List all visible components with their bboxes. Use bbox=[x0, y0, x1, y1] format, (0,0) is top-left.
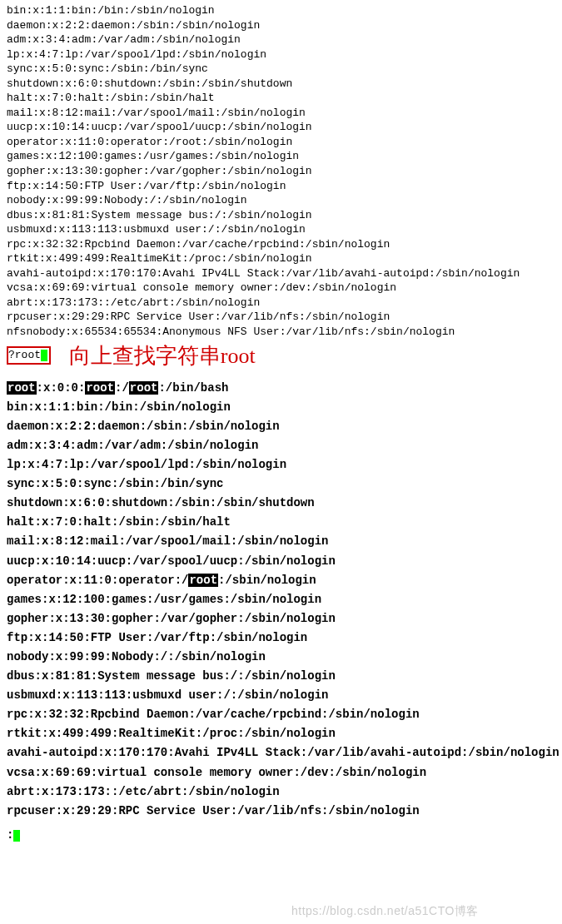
passwd-line: ftp:x:14:50:FTP User:/var/ftp:/sbin/nolo… bbox=[7, 179, 555, 194]
passwd-line: daemon:x:2:2:daemon:/sbin:/sbin/nologin bbox=[7, 417, 555, 436]
passwd-line: dbus:x:81:81:System message bus:/:/sbin/… bbox=[7, 667, 555, 686]
text-segment: ftp:x:14:50:FTP User:/var/ftp:/sbin/nolo… bbox=[7, 631, 307, 644]
terminal-output-bottom: root:x:0:0:root:/root:/bin/bashbin:x:1:1… bbox=[0, 379, 562, 826]
passwd-line: shutdown:x:6:0:shutdown:/sbin:/sbin/shut… bbox=[7, 494, 555, 513]
passwd-line: gopher:x:13:30:gopher:/var/gopher:/sbin/… bbox=[7, 164, 555, 179]
text-segment: daemon:x:2:2:daemon:/sbin:/sbin/nologin bbox=[7, 420, 280, 433]
passwd-line: avahi-autoipd:x:170:170:Avahi IPv4LL Sta… bbox=[7, 743, 555, 763]
passwd-line: adm:x:3:4:adm:/var/adm:/sbin/nologin bbox=[7, 436, 555, 455]
passwd-line: daemon:x:2:2:daemon:/sbin:/sbin/nologin bbox=[7, 18, 555, 33]
passwd-line: uucp:x:10:14:uucp:/var/spool/uucp:/sbin/… bbox=[7, 120, 555, 135]
prompt-line[interactable]: : bbox=[0, 826, 562, 850]
text-segment: nobody:x:99:99:Nobody:/:/sbin/nologin bbox=[7, 650, 266, 663]
passwd-line: mail:x:8:12:mail:/var/spool/mail:/sbin/n… bbox=[7, 532, 555, 551]
search-match: root bbox=[85, 381, 115, 395]
passwd-line: abrt:x:173:173::/etc/abrt:/sbin/nologin bbox=[7, 782, 555, 802]
passwd-line: operator:x:11:0:operator:/root:/sbin/nol… bbox=[7, 135, 555, 150]
text-segment: abrt:x:173:173::/etc/abrt:/sbin/nologin bbox=[7, 785, 280, 798]
cursor-icon bbox=[13, 830, 20, 842]
passwd-line: rtkit:x:499:499:RealtimeKit:/proc:/sbin/… bbox=[7, 251, 555, 266]
text-segment: gopher:x:13:30:gopher:/var/gopher:/sbin/… bbox=[7, 612, 336, 625]
passwd-line: usbmuxd:x:113:113:usbmuxd user:/:/sbin/n… bbox=[7, 686, 555, 705]
passwd-line: usbmuxd:x:113:113:usbmuxd user:/:/sbin/n… bbox=[7, 222, 555, 237]
search-match: root bbox=[188, 574, 218, 587]
text-segment: bin:x:1:1:bin:/bin:/sbin/nologin bbox=[7, 400, 231, 414]
passwd-line: rpcuser:x:29:29:RPC Service User:/var/li… bbox=[7, 310, 555, 325]
passwd-line: nobody:x:99:99:Nobody:/:/sbin/nologin bbox=[7, 193, 555, 208]
search-match: root bbox=[7, 381, 37, 395]
text-segment: avahi-autoipd:x:170:170:Avahi IPv4LL Sta… bbox=[7, 746, 560, 759]
passwd-line: adm:x:3:4:adm:/var/adm:/sbin/nologin bbox=[7, 32, 555, 47]
passwd-line: rpc:x:32:32:Rpcbind Daemon:/var/cache/rp… bbox=[7, 705, 555, 724]
passwd-line: lp:x:4:7:lp:/var/spool/lpd:/sbin/nologin bbox=[7, 47, 555, 62]
passwd-line: root:x:0:0:root:/root:/bin/bash bbox=[7, 379, 555, 398]
text-segment: dbus:x:81:81:System message bus:/:/sbin/… bbox=[7, 669, 336, 683]
passwd-line: bin:x:1:1:bin:/bin:/sbin/nologin bbox=[7, 3, 555, 18]
passwd-line: bin:x:1:1:bin:/bin:/sbin/nologin bbox=[7, 398, 555, 417]
passwd-line: sync:x:5:0:sync:/sbin:/bin/sync bbox=[7, 62, 555, 77]
text-segment: halt:x:7:0:halt:/sbin:/sbin/halt bbox=[7, 515, 231, 529]
passwd-line: nfsnobody:x:65534:65534:Anonymous NFS Us… bbox=[7, 325, 555, 340]
text-segment: sync:x:5:0:sync:/sbin:/bin/sync bbox=[7, 477, 223, 490]
text-segment: shutdown:x:6:0:shutdown:/sbin:/sbin/shut… bbox=[7, 496, 315, 509]
text-segment: games:x:12:100:games:/usr/games:/sbin/no… bbox=[7, 593, 321, 606]
search-input-box[interactable]: ?root bbox=[7, 346, 51, 365]
prompt-colon: : bbox=[7, 828, 13, 842]
search-line: ?root 向上查找字符串root bbox=[0, 341, 562, 370]
text-segment: vcsa:x:69:69:virtual console memory owne… bbox=[7, 766, 426, 779]
passwd-line: vcsa:x:69:69:virtual console memory owne… bbox=[7, 281, 555, 296]
passwd-line: rtkit:x:499:499:RealtimeKit:/proc:/sbin/… bbox=[7, 724, 555, 743]
text-segment: rpc:x:32:32:Rpcbind Daemon:/var/cache/rp… bbox=[7, 708, 420, 721]
passwd-line: rpc:x:32:32:Rpcbind Daemon:/var/cache/rp… bbox=[7, 237, 555, 252]
search-match: root bbox=[129, 381, 159, 395]
text-segment: :/ bbox=[115, 381, 129, 395]
passwd-line: lp:x:4:7:lp:/var/spool/lpd:/sbin/nologin bbox=[7, 455, 555, 474]
passwd-line: uucp:x:10:14:uucp:/var/spool/uucp:/sbin/… bbox=[7, 552, 555, 571]
passwd-line: games:x:12:100:games:/usr/games:/sbin/no… bbox=[7, 149, 555, 164]
passwd-line: nobody:x:99:99:Nobody:/:/sbin/nologin bbox=[7, 648, 555, 667]
text-segment: uucp:x:10:14:uucp:/var/spool/uucp:/sbin/… bbox=[7, 554, 336, 568]
text-segment: :/sbin/nologin bbox=[218, 574, 316, 587]
text-segment: lp:x:4:7:lp:/var/spool/lpd:/sbin/nologin bbox=[7, 458, 286, 471]
passwd-line: abrt:x:173:173::/etc/abrt:/sbin/nologin bbox=[7, 296, 555, 310]
passwd-line: shutdown:x:6:0:shutdown:/sbin:/sbin/shut… bbox=[7, 77, 555, 92]
terminal-output-top: bin:x:1:1:bin:/bin:/sbin/nologindaemon:x… bbox=[0, 0, 562, 340]
text-segment: mail:x:8:12:mail:/var/spool/mail:/sbin/n… bbox=[7, 534, 328, 548]
text-segment: adm:x:3:4:adm:/var/adm:/sbin/nologin bbox=[7, 439, 258, 452]
text-segment: rtkit:x:499:499:RealtimeKit:/proc:/sbin/… bbox=[7, 727, 336, 740]
text-segment: :/bin/bash bbox=[158, 381, 228, 395]
passwd-line: vcsa:x:69:69:virtual console memory owne… bbox=[7, 763, 555, 782]
cursor-icon bbox=[41, 350, 47, 361]
passwd-line: mail:x:8:12:mail:/var/spool/mail:/sbin/n… bbox=[7, 106, 555, 121]
passwd-line: sync:x:5:0:sync:/sbin:/bin/sync bbox=[7, 474, 555, 494]
search-text: ?root bbox=[8, 349, 41, 361]
passwd-line: ftp:x:14:50:FTP User:/var/ftp:/sbin/nolo… bbox=[7, 628, 555, 648]
passwd-line: gopher:x:13:30:gopher:/var/gopher:/sbin/… bbox=[7, 609, 555, 628]
text-segment: rpcuser:x:29:29:RPC Service User:/var/li… bbox=[7, 804, 420, 817]
passwd-line: rpcuser:x:29:29:RPC Service User:/var/li… bbox=[7, 802, 555, 821]
text-segment: usbmuxd:x:113:113:usbmuxd user:/:/sbin/n… bbox=[7, 688, 328, 702]
passwd-line: games:x:12:100:games:/usr/games:/sbin/no… bbox=[7, 590, 555, 609]
annotation-label: 向上查找字符串root bbox=[69, 341, 256, 370]
text-segment: :x:0:0: bbox=[37, 381, 86, 395]
passwd-line: operator:x:11:0:operator:/root:/sbin/nol… bbox=[7, 571, 555, 590]
passwd-line: halt:x:7:0:halt:/sbin:/sbin/halt bbox=[7, 91, 555, 106]
passwd-line: avahi-autoipd:x:170:170:Avahi IPv4LL Sta… bbox=[7, 266, 555, 281]
text-segment: operator:x:11:0:operator:/ bbox=[7, 574, 188, 587]
passwd-line: dbus:x:81:81:System message bus:/:/sbin/… bbox=[7, 208, 555, 223]
passwd-line: halt:x:7:0:halt:/sbin:/sbin/halt bbox=[7, 513, 555, 532]
